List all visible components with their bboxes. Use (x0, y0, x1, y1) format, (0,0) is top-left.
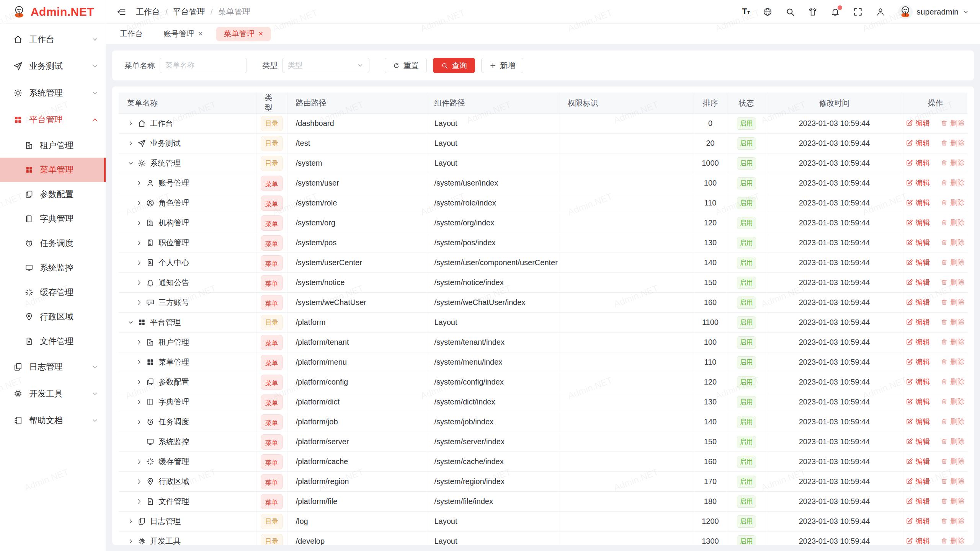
table-row[interactable]: 日志管理 目录 /log Layout 1200 启用 2023-01-03 1… (119, 512, 967, 531)
table-row[interactable]: 参数配置 菜单 /platform/config /system/config/… (119, 372, 967, 392)
delete-button[interactable]: 删除 (941, 118, 965, 128)
table-row[interactable]: 三方账号 菜单 /system/weChatUser /system/weCha… (119, 293, 967, 313)
table-row[interactable]: 租户管理 菜单 /platform/tenant /system/tenant/… (119, 333, 967, 352)
delete-button[interactable]: 删除 (941, 238, 965, 248)
sidebar-item-3[interactable]: 平台管理 (0, 106, 106, 133)
edit-button[interactable]: 编辑 (906, 258, 930, 267)
table-row[interactable]: 平台管理 目录 /platform Layout 1100 启用 2023-01… (119, 313, 967, 333)
tab-0[interactable]: 工作台 (112, 27, 150, 41)
sidebar-item-14[interactable]: 开发工具 (0, 380, 106, 407)
search-icon[interactable] (785, 7, 795, 17)
delete-button[interactable]: 删除 (941, 337, 965, 347)
edit-button[interactable]: 编辑 (906, 357, 930, 367)
collapse-sidebar-icon[interactable] (116, 7, 127, 17)
edit-button[interactable]: 编辑 (906, 238, 930, 248)
add-button[interactable]: 新增 (481, 58, 523, 73)
edit-button[interactable]: 编辑 (906, 158, 930, 168)
edit-button[interactable]: 编辑 (906, 118, 930, 128)
breadcrumb-item[interactable]: 平台管理 (173, 7, 205, 17)
table-row[interactable]: 角色管理 菜单 /system/role /system/role/index … (119, 193, 967, 213)
close-icon[interactable]: ✕ (198, 30, 203, 37)
delete-button[interactable]: 删除 (941, 357, 965, 367)
table-row[interactable]: 任务调度 菜单 /platform/job /system/job/index … (119, 412, 967, 432)
delete-button[interactable]: 删除 (941, 536, 965, 545)
sidebar-item-5[interactable]: 菜单管理 (0, 158, 106, 182)
table-row[interactable]: 系统监控 菜单 /platform/server /system/server/… (119, 432, 967, 452)
table-row[interactable]: 行政区域 菜单 /platform/region /system/region/… (119, 472, 967, 492)
edit-button[interactable]: 编辑 (906, 138, 930, 148)
language-icon[interactable] (763, 7, 773, 17)
table-row[interactable]: 个人中心 菜单 /system/userCenter /system/user/… (119, 253, 967, 273)
tab-1[interactable]: 账号管理 ✕ (156, 27, 211, 41)
edit-button[interactable]: 编辑 (906, 536, 930, 545)
delete-button[interactable]: 删除 (941, 496, 965, 506)
edit-button[interactable]: 编辑 (906, 198, 930, 208)
tab-2[interactable]: 菜单管理 ✕ (216, 27, 271, 41)
delete-button[interactable]: 删除 (941, 317, 965, 327)
sidebar-item-7[interactable]: 字典管理 (0, 207, 106, 231)
edit-button[interactable]: 编辑 (906, 178, 930, 188)
type-filter-select[interactable]: 类型 (282, 58, 369, 73)
table-row[interactable]: 字典管理 菜单 /platform/dict /system/dict/inde… (119, 392, 967, 412)
edit-button[interactable]: 编辑 (906, 317, 930, 327)
edit-button[interactable]: 编辑 (906, 337, 930, 347)
search-button[interactable]: 查询 (433, 58, 475, 73)
edit-button[interactable]: 编辑 (906, 417, 930, 427)
name-filter-input[interactable] (165, 61, 241, 70)
sidebar-item-11[interactable]: 行政区域 (0, 305, 106, 329)
edit-button[interactable]: 编辑 (906, 437, 930, 447)
close-icon[interactable]: ✕ (258, 30, 263, 37)
delete-button[interactable]: 删除 (941, 437, 965, 447)
profile-icon[interactable] (875, 7, 885, 17)
table-row[interactable]: 职位管理 菜单 /system/pos /system/pos/index 13… (119, 233, 967, 253)
table-row[interactable]: 开发工具 目录 /develop Layout 1300 启用 2023-01-… (119, 531, 967, 545)
delete-button[interactable]: 删除 (941, 258, 965, 267)
edit-button[interactable]: 编辑 (906, 277, 930, 287)
table-row[interactable]: 业务测试 目录 /test Layout 20 启用 2023-01-03 10… (119, 134, 967, 153)
delete-button[interactable]: 删除 (941, 218, 965, 228)
table-row[interactable]: 账号管理 菜单 /system/user /system/user/index … (119, 173, 967, 193)
edit-button[interactable]: 编辑 (906, 377, 930, 387)
sidebar-item-12[interactable]: 文件管理 (0, 329, 106, 354)
sidebar-item-13[interactable]: 日志管理 (0, 354, 106, 380)
sidebar-item-9[interactable]: 系统监控 (0, 256, 106, 280)
sidebar-item-8[interactable]: 任务调度 (0, 231, 106, 256)
delete-button[interactable]: 删除 (941, 297, 965, 307)
delete-button[interactable]: 删除 (941, 377, 965, 387)
table-row[interactable]: 菜单管理 菜单 /platform/menu /system/menu/inde… (119, 352, 967, 372)
sidebar-item-6[interactable]: 参数配置 (0, 182, 106, 207)
sidebar-item-0[interactable]: 工作台 (0, 26, 106, 53)
delete-button[interactable]: 删除 (941, 417, 965, 427)
user-menu[interactable]: superadmin (898, 5, 969, 19)
sidebar-item-4[interactable]: 租户管理 (0, 133, 106, 158)
edit-button[interactable]: 编辑 (906, 218, 930, 228)
table-row[interactable]: 通知公告 菜单 /system/notice /system/notice/in… (119, 273, 967, 293)
delete-button[interactable]: 删除 (941, 476, 965, 486)
delete-button[interactable]: 删除 (941, 277, 965, 287)
delete-button[interactable]: 删除 (941, 456, 965, 466)
table-row[interactable]: 系统管理 目录 /system Layout 1000 启用 2023-01-0… (119, 153, 967, 173)
table-row[interactable]: 机构管理 菜单 /system/org /system/org/index 12… (119, 213, 967, 233)
delete-button[interactable]: 删除 (941, 397, 965, 407)
edit-button[interactable]: 编辑 (906, 476, 930, 486)
notification-icon[interactable] (830, 7, 840, 17)
delete-button[interactable]: 删除 (941, 178, 965, 188)
sidebar-item-2[interactable]: 系统管理 (0, 80, 106, 106)
font-size-icon[interactable]: Tт (742, 7, 750, 17)
table-row[interactable]: 缓存管理 菜单 /platform/cache /system/cache/in… (119, 452, 967, 472)
sidebar-item-10[interactable]: 缓存管理 (0, 280, 106, 305)
delete-button[interactable]: 删除 (941, 138, 965, 148)
reset-button[interactable]: 重置 (385, 58, 427, 73)
edit-button[interactable]: 编辑 (906, 397, 930, 407)
table-row[interactable]: 工作台 目录 /dashboard Layout 0 启用 2023-01-03… (119, 114, 967, 134)
delete-button[interactable]: 删除 (941, 516, 965, 526)
delete-button[interactable]: 删除 (941, 198, 965, 208)
delete-button[interactable]: 删除 (941, 158, 965, 168)
edit-button[interactable]: 编辑 (906, 456, 930, 466)
sidebar-item-15[interactable]: 帮助文档 (0, 407, 106, 434)
theme-icon[interactable] (808, 7, 818, 17)
edit-button[interactable]: 编辑 (906, 297, 930, 307)
edit-button[interactable]: 编辑 (906, 496, 930, 506)
edit-button[interactable]: 编辑 (906, 516, 930, 526)
sidebar-item-1[interactable]: 业务测试 (0, 53, 106, 80)
